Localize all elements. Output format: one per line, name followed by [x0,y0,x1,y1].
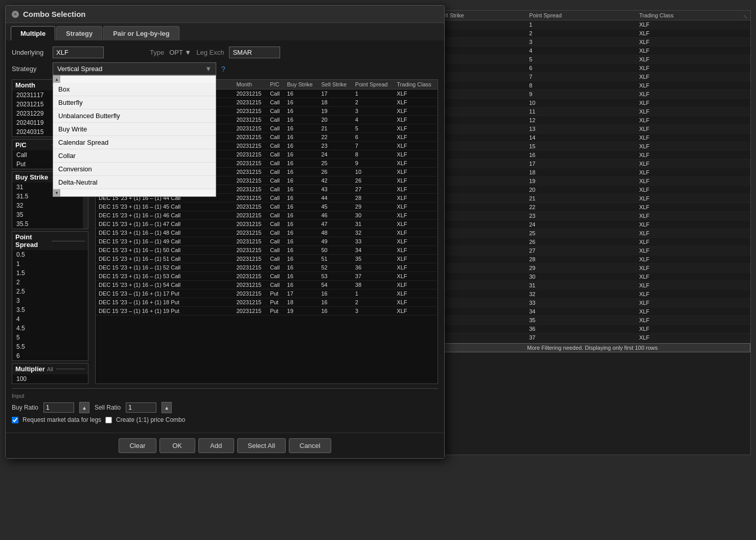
bg-sell: 19 [434,38,525,47]
dropdown-item-buy-write[interactable]: Buy Write [53,123,216,136]
row-buy: 18 [284,298,318,307]
row-sell: 23 [318,142,352,150]
tab-strategy[interactable]: Strategy [56,26,102,40]
bg-sell: 47 [434,281,525,290]
spread-item-4[interactable]: 2.5 [12,287,88,296]
point-spread-label: Point Spread [15,233,49,249]
spread-item-11[interactable]: 6 [12,351,88,361]
table-row[interactable]: DEC 15 '23 – (1) 16 + (1) 18 Put 2023121… [96,298,438,307]
table-row[interactable]: DEC 15 '23 + (1) 16 – (1) 49 Call 202312… [96,237,438,246]
row-pc: Call [267,133,284,142]
bg-spread: 33 [525,299,635,307]
clear-button[interactable]: Clear [119,438,156,453]
table-row[interactable]: DEC 15 '23 + (1) 16 – (1) 47 Call 202312… [96,220,438,229]
month-label: Month [15,81,49,89]
dropdown-item-delta-neutral[interactable]: Delta-Neutral [53,176,216,189]
ratio-row: Buy Ratio ▲ Sell Ratio ▲ [12,402,438,413]
ok-button[interactable]: OK [159,438,195,453]
bg-class: XLF [635,273,750,281]
table-row[interactable]: DEC 15 '23 + (1) 16 – (1) 45 Call 202312… [96,202,438,211]
request-market-data-checkbox[interactable] [12,417,18,423]
type-dropdown-arrow[interactable]: ▼ [185,49,191,56]
dropdown-item-conversion[interactable]: Conversion [53,163,216,176]
table-row[interactable]: DEC 15 '23 + (1) 16 – (1) 52 Call 202312… [96,263,438,272]
bg-sell: 35 [434,177,525,186]
bg-spread: 36 [525,325,635,333]
row-pc: Put [267,298,284,307]
table-row[interactable]: DEC 15 '23 + (1) 16 – (1) 46 Call 202312… [96,211,438,220]
help-icon[interactable]: ? [221,65,225,73]
table-row[interactable]: DEC 15 '23 – (1) 16 + (1) 19 Put 2023121… [96,307,438,316]
row-spread: 2 [352,98,394,107]
dropdown-item-butterfly[interactable]: Butterfly [53,96,216,109]
dropdown-item-calendar-spread[interactable]: Calendar Spread [53,136,216,149]
bg-sell: 36 [434,186,525,194]
underlying-input[interactable] [53,47,104,58]
bg-class: XLF [635,116,750,125]
close-button[interactable]: ✕ [12,11,19,18]
spread-item-5[interactable]: 3 [12,296,88,305]
dropdown-item-box[interactable]: Box [53,83,216,96]
scroll-up-arrow[interactable]: ▲ [53,76,60,83]
dropdown-item-unbalanced-butterfly[interactable]: Unbalanced Butterfly [53,109,216,123]
spread-item-3[interactable]: 2 [12,278,88,287]
scroll-down-arrow[interactable]: ▼ [53,189,60,196]
input-label: Input [12,393,438,399]
col-trading-class-header: Trading Class [394,80,438,89]
table-row[interactable]: DEC 15 '23 – (1) 16 + (1) 17 Put 2023121… [96,289,438,298]
dropdown-item-collar[interactable]: Collar [53,149,216,163]
tab-multiple[interactable]: Multiple [11,26,55,40]
table-row[interactable]: DEC 15 '23 + (1) 16 – (1) 50 Call 202312… [96,246,438,255]
cancel-button[interactable]: Cancel [289,438,331,453]
spread-item-0[interactable]: 0.5 [12,250,88,259]
bg-table-row: 34 18 XLF [434,168,750,177]
table-row[interactable]: DEC 15 '23 + (1) 16 – (1) 51 Call 202312… [96,255,438,263]
bg-class: XLF [635,264,750,273]
spread-item-1[interactable]: 1 [12,259,88,268]
table-row[interactable]: DEC 15 '23 + (1) 16 – (1) 54 Call 202312… [96,281,438,289]
create-combo-checkbox[interactable] [105,417,112,423]
spread-item-8[interactable]: 4.5 [12,324,88,333]
bg-class: XLF [635,203,750,212]
buy-ratio-input[interactable] [43,402,74,413]
spread-item-7[interactable]: 4 [12,314,88,324]
table-row[interactable]: DEC 15 '23 + (1) 16 – (1) 48 Call 202312… [96,229,438,237]
row-class: XLF [394,124,438,133]
spread-item-10[interactable]: 5.5 [12,342,88,351]
buy-ratio-spinner-up[interactable]: ▲ [79,402,89,413]
row-spread: 36 [352,263,394,272]
bg-table-row: 51 35 XLF [434,316,750,325]
row-class: XLF [394,237,438,246]
buy-strike-item-4[interactable]: 35.5 [12,219,83,229]
multiplier-divider [56,369,85,369]
strategy-select-btn[interactable]: Vertical Spread ▼ [53,62,216,75]
spread-item-2[interactable]: 1.5 [12,268,88,278]
leg-exch-input[interactable] [229,47,280,58]
select-all-button[interactable]: Select All [237,438,286,453]
sell-ratio-spinner-up[interactable]: ▲ [162,402,172,413]
spread-item-6[interactable]: 3.5 [12,305,88,314]
bg-class: XLF [635,64,750,73]
table-row[interactable]: DEC 15 '23 + (1) 16 – (1) 53 Call 202312… [96,272,438,281]
bg-table-row: 49 33 XLF [434,299,750,307]
bg-table-row: 27 11 XLF [434,107,750,116]
buy-strike-item-2[interactable]: 32 [12,201,83,210]
bg-sell: 41 [434,229,525,238]
bg-table-row: 23 7 XLF [434,73,750,81]
row-class: XLF [394,168,438,176]
sell-ratio-label: Sell Ratio [95,404,121,411]
row-month: 20231215 [233,281,267,289]
point-spread-panel: Point Spread 0.5 1 1.5 2 2.5 3 3.5 4 4.5… [12,231,88,361]
sell-ratio-input[interactable] [126,402,156,413]
row-buy: 16 [284,168,318,176]
add-button[interactable]: Add [198,438,234,453]
multiplier-sub-label: All [47,366,53,372]
spread-item-9[interactable]: 5 [12,333,88,342]
bg-table-row: 44 28 XLF [434,255,750,264]
bg-sell: 22 [434,64,525,73]
bg-sell: 42 [434,238,525,246]
row-sell: 43 [318,185,352,194]
tab-pair-leg[interactable]: Pair or Leg-by-leg [103,26,179,40]
buy-strike-item-3[interactable]: 35 [12,210,83,219]
resize-handle[interactable]: ⤡ [743,14,747,19]
